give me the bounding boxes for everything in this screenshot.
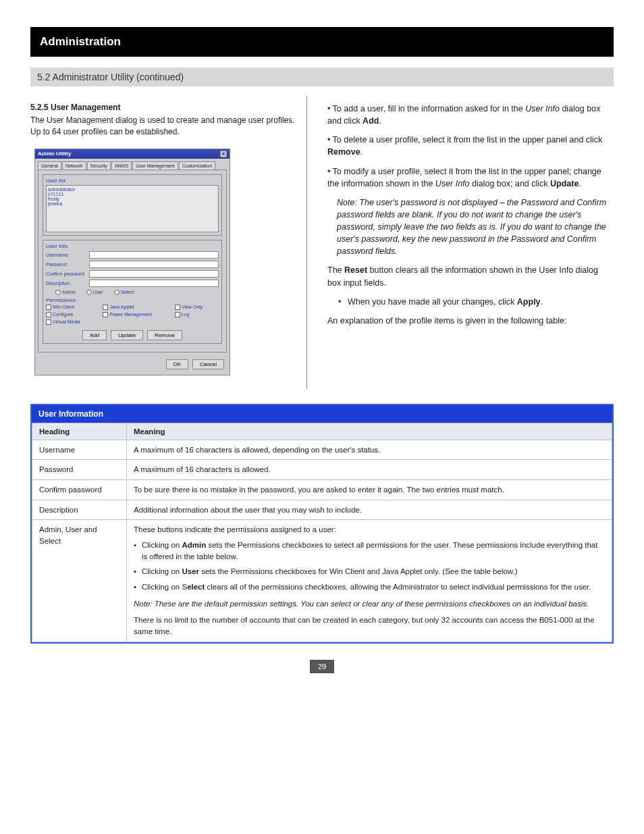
list-item[interactable]: frosty <box>48 197 217 201</box>
perm-java[interactable]: Java Applet <box>103 305 167 310</box>
perm-viewonly[interactable]: View Only <box>175 305 219 310</box>
update-button[interactable]: Update <box>111 330 143 340</box>
table-intro: An explanation of the profile items is g… <box>327 315 614 327</box>
user-info-table: User Information Heading Meaning Usernam… <box>30 404 614 644</box>
list-item[interactable]: administrator <box>48 187 217 192</box>
password-input[interactable] <box>89 261 219 268</box>
add-user-text: • To add a user, fill in the information… <box>327 103 614 127</box>
subsection-intro: The User Management dialog is used to cr… <box>30 115 306 138</box>
subsection-heading: 5.2.5 User Management <box>30 103 306 112</box>
password-note: Note: The user's password is not display… <box>337 197 614 258</box>
aus-user-bullet: Clicking on User sets the Permissions ch… <box>134 566 605 577</box>
confirm-input[interactable] <box>89 270 219 278</box>
modify-user-text: • To modify a user profile, select it fr… <box>327 165 614 190</box>
list-item[interactable]: b71111 <box>48 192 217 197</box>
description-input[interactable] <box>89 280 219 287</box>
dialog-title: Admin Utility <box>38 151 71 157</box>
perm-configure[interactable]: Configure <box>46 312 96 317</box>
user-list-group: User list administrator b71111 frosty je… <box>43 174 222 236</box>
tab-customization[interactable]: Customization <box>179 161 215 170</box>
description-label: Description: <box>46 281 89 286</box>
right-column: • To add a user, fill in the information… <box>321 96 614 389</box>
apply-bullet: When you have made all your changes, cli… <box>338 296 614 308</box>
table-row: Confirm password To be sure there is no … <box>32 479 612 500</box>
col-meaning: Meaning <box>127 423 612 440</box>
dialog-tabs: General Network Security ANMS User Manag… <box>35 159 230 170</box>
radio-user[interactable]: User <box>86 290 103 295</box>
reset-text: The Reset button clears all the informat… <box>327 264 614 288</box>
page-title-bar: Administration <box>30 27 614 57</box>
cancel-button[interactable]: Cancel <box>192 359 224 369</box>
aus-intro: These buttons indicate the permissions a… <box>134 525 336 533</box>
table-row: Username A maximum of 16 characters is a… <box>32 440 612 460</box>
left-column: 5.2.5 User Management The User Managemen… <box>30 96 307 389</box>
username-input[interactable] <box>89 251 219 259</box>
permissions-label: Permissions: <box>46 297 219 303</box>
aus-note: Note: These are the default permission s… <box>134 600 589 608</box>
tab-security[interactable]: Security <box>87 161 111 170</box>
table-row: Description Additional information about… <box>32 500 612 520</box>
table-row: Admin, User and Select These buttons ind… <box>32 520 612 642</box>
section-title: 5.2 Administrator Utility (continued) <box>30 68 614 86</box>
add-button[interactable]: Add <box>82 330 107 340</box>
user-list-label: User list <box>46 178 219 184</box>
password-label: Password: <box>46 262 89 267</box>
perm-log[interactable]: Log <box>175 312 219 317</box>
close-icon[interactable]: × <box>220 151 227 157</box>
confirm-label: Confirm password: <box>46 271 89 276</box>
tab-anms[interactable]: ANMS <box>111 161 132 170</box>
radio-select[interactable]: Select <box>114 290 134 295</box>
user-info-label: User Info <box>46 243 219 249</box>
aus-admin-bullet: Clicking on Admin sets the Permissions c… <box>134 540 605 562</box>
radio-admin[interactable]: Admin <box>55 290 76 295</box>
table-title: User Information <box>32 405 612 423</box>
aus-select-bullet: Clicking on Select clears all of the per… <box>134 581 605 593</box>
perm-winclient[interactable]: Win Client <box>46 305 96 310</box>
page-number: 29 <box>310 660 334 673</box>
perm-power[interactable]: Power Management <box>103 312 167 317</box>
user-info-group: User Info Username: Password: Confirm pa… <box>43 240 222 344</box>
delete-user-text: • To delete a user profile, select it fr… <box>327 134 614 158</box>
list-item[interactable]: jessica <box>48 201 217 206</box>
remove-button[interactable]: Remove <box>147 330 182 340</box>
perm-virtual[interactable]: Virtual Media <box>46 319 96 325</box>
username-label: Username: <box>46 253 89 257</box>
admin-utility-dialog: Admin Utility × General Network Security… <box>34 149 230 375</box>
tab-network[interactable]: Network <box>62 161 86 170</box>
user-list[interactable]: administrator b71111 frosty jessica <box>46 185 219 232</box>
tab-general[interactable]: General <box>38 161 61 170</box>
ok-button[interactable]: OK <box>166 359 189 369</box>
table-row: Password A maximum of 16 characters is a… <box>32 460 612 480</box>
tab-user-management[interactable]: User Management <box>132 161 178 170</box>
col-heading: Heading <box>32 423 127 440</box>
aus-note2: There is no limit to the number of accou… <box>134 615 605 637</box>
